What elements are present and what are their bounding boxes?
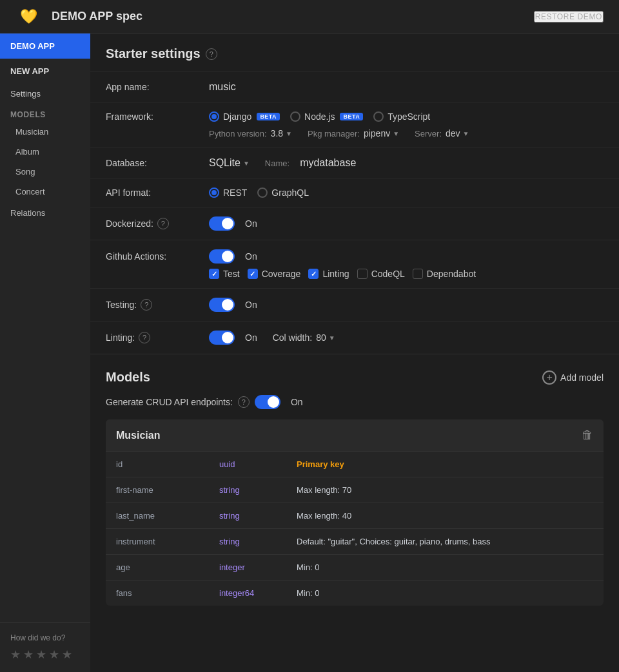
testing-row: Testing: ? On — [90, 288, 619, 321]
musician-model-name: Musician — [116, 430, 160, 441]
rest-label: REST — [223, 187, 247, 198]
pkg-manager-select[interactable]: pipenv ▼ — [364, 128, 399, 139]
sidebar-item-musician[interactable]: Musician — [0, 122, 90, 142]
framework-django[interactable]: Django BETA — [209, 111, 280, 122]
api-graphql[interactable]: GraphQL — [257, 187, 309, 198]
graphql-label: GraphQL — [271, 187, 309, 198]
sidebar-item-album[interactable]: Album — [0, 142, 90, 162]
models-section: Models + Add model Generate CRUD API end… — [90, 354, 619, 621]
linting-checkbox[interactable] — [308, 269, 319, 279]
linting-content: On Col width: 80 ▼ — [209, 331, 604, 345]
testing-label: Testing: ? — [106, 299, 209, 311]
field-detail: Max length: 40 — [286, 503, 604, 529]
sidebar-footer: How did we do? ★ ★ ★ ★ ★ — [0, 622, 90, 672]
sidebar-item-settings[interactable]: Settings — [0, 84, 90, 104]
linting-label: Linting: ? — [106, 332, 209, 343]
crud-help-icon[interactable]: ? — [238, 396, 250, 408]
sidebar-item-song[interactable]: Song — [0, 162, 90, 182]
starter-settings-help-icon[interactable]: ? — [206, 48, 217, 60]
django-radio[interactable] — [209, 111, 219, 122]
star-4[interactable]: ★ — [49, 648, 59, 662]
star-rating[interactable]: ★ ★ ★ ★ ★ — [10, 648, 80, 662]
github-actions-toggle-group: On — [209, 249, 604, 264]
musician-delete-icon[interactable]: 🗑 — [582, 428, 593, 442]
footer-text: How did we do? — [10, 633, 80, 642]
github-checkbox-linting[interactable]: Linting — [308, 269, 349, 279]
server-chevron: ▼ — [463, 130, 469, 137]
database-label: Database: — [106, 158, 209, 168]
dependabot-checkbox[interactable] — [413, 269, 423, 279]
framework-options: Django BETA Node.js BETA TypeScript — [209, 111, 604, 122]
codeql-checkbox[interactable] — [357, 269, 368, 279]
crud-toggle[interactable] — [255, 395, 280, 409]
server-value: dev — [446, 128, 460, 139]
framework-nodejs[interactable]: Node.js BETA — [290, 111, 363, 122]
database-chevron: ▼ — [243, 160, 250, 167]
col-width-label: Col width: — [273, 332, 312, 343]
django-label: Django — [223, 111, 251, 122]
github-checkboxes: Test Coverage Linting CodeQL — [209, 269, 604, 279]
field-detail: Min: 0 — [286, 581, 604, 606]
github-actions-toggle[interactable] — [209, 249, 235, 264]
api-format-row: API format: REST GraphQL — [90, 178, 619, 207]
star-3[interactable]: ★ — [36, 648, 46, 662]
python-version-chevron: ▼ — [286, 130, 292, 137]
logo-icon: 💛 — [15, 6, 41, 27]
nodejs-badge: BETA — [340, 113, 363, 120]
col-width-select[interactable]: 80 ▼ — [316, 332, 335, 343]
star-5[interactable]: ★ — [62, 648, 72, 662]
field-name: instrument — [106, 529, 209, 555]
field-type: integer64 — [209, 581, 286, 606]
dockerized-help-icon[interactable]: ? — [157, 218, 169, 229]
linting-help-icon[interactable]: ? — [139, 332, 150, 343]
dockerized-toggle[interactable] — [209, 216, 235, 231]
codeql-label: CodeQL — [371, 269, 405, 279]
python-version-select[interactable]: 3.8 ▼ — [271, 128, 292, 139]
typescript-radio[interactable] — [373, 111, 384, 122]
rest-radio[interactable] — [209, 187, 219, 198]
crud-on-label: On — [291, 397, 303, 407]
api-format-radio-group: REST GraphQL — [209, 187, 309, 198]
field-type: string — [209, 477, 286, 503]
sidebar-item-demo-app[interactable]: DEMO APP — [0, 34, 90, 59]
field-name: age — [106, 555, 209, 581]
star-2[interactable]: ★ — [23, 648, 34, 662]
linting-toggle-knob — [222, 332, 233, 343]
field-type: uuid — [209, 452, 286, 477]
table-row: fans integer64 Min: 0 — [106, 581, 604, 606]
pkg-manager-label: Pkg manager: — [308, 129, 360, 139]
github-actions-row: Github Actions: On Test Coverage — [90, 240, 619, 288]
github-checkbox-dependabot[interactable]: Dependabot — [413, 269, 476, 279]
app-name-row: App name: music — [90, 72, 619, 102]
models-title: Models — [106, 370, 150, 385]
graphql-radio[interactable] — [257, 187, 268, 198]
github-actions-label: Github Actions: — [106, 251, 209, 262]
testing-toggle[interactable] — [209, 298, 235, 312]
field-name: first-name — [106, 477, 209, 503]
sidebar-item-concert[interactable]: Concert — [0, 182, 90, 202]
restore-demo-button[interactable]: RESTORE DEMO — [534, 11, 604, 23]
database-select[interactable]: SQLite ▼ — [209, 157, 250, 169]
field-detail: Primary key — [286, 452, 604, 477]
test-checkbox[interactable] — [209, 269, 219, 279]
linting-label: Linting — [322, 269, 349, 279]
sidebar-item-relations[interactable]: Relations — [0, 202, 90, 224]
server-group: Server: dev ▼ — [415, 128, 469, 139]
linting-toggle[interactable] — [209, 331, 235, 345]
nodejs-radio[interactable] — [290, 111, 300, 122]
starter-settings-section: Starter settings ? App name: music Frame… — [90, 34, 619, 354]
star-1[interactable]: ★ — [10, 648, 21, 662]
testing-help-icon[interactable]: ? — [141, 299, 152, 311]
api-rest[interactable]: REST — [209, 187, 247, 198]
test-label: Test — [223, 269, 240, 279]
server-select[interactable]: dev ▼ — [446, 128, 469, 139]
github-checkbox-coverage[interactable]: Coverage — [248, 269, 301, 279]
add-model-button[interactable]: + Add model — [542, 370, 604, 385]
table-row: instrument string Default: "guitar", Cho… — [106, 529, 604, 555]
github-checkbox-test[interactable]: Test — [209, 269, 240, 279]
github-checkbox-codeql[interactable]: CodeQL — [357, 269, 405, 279]
sidebar-item-new-app[interactable]: NEW APP — [0, 59, 90, 84]
dependabot-label: Dependabot — [427, 269, 476, 279]
framework-typescript[interactable]: TypeScript — [373, 111, 430, 122]
coverage-checkbox[interactable] — [248, 269, 258, 279]
